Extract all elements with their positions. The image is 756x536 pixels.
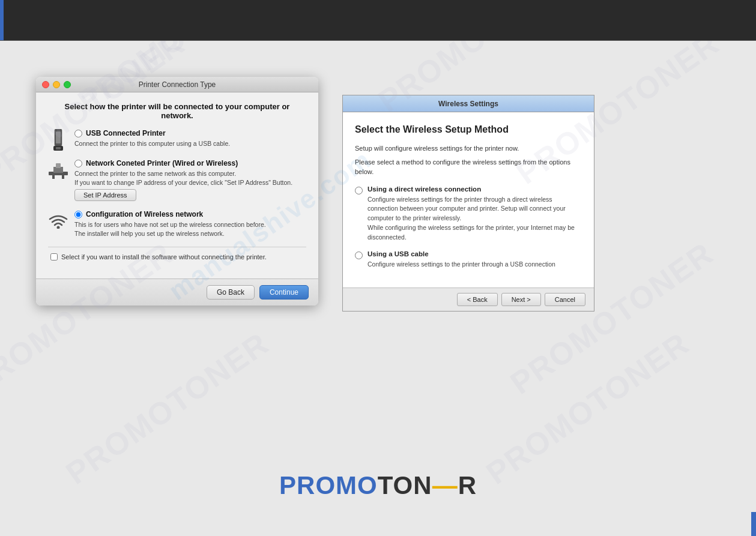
checkbox-label: Select if you want to install the softwa… bbox=[61, 253, 267, 260]
usb-icon bbox=[48, 130, 68, 150]
usb-label: USB Connected Printer bbox=[86, 129, 166, 137]
network-label-row: Network Coneted Printer (Wired or Wirele… bbox=[74, 158, 306, 167]
win-desc-2: Please select a method to configure the … bbox=[355, 157, 582, 177]
wireless-icon bbox=[48, 211, 68, 231]
bottom-logo: PROMOTON—R bbox=[279, 471, 477, 500]
win-dialog-title: Wireless Settings bbox=[349, 100, 588, 108]
traffic-lights bbox=[42, 81, 71, 88]
set-ip-button[interactable]: Set IP Address bbox=[74, 189, 136, 201]
usb-desc: Connect the printer to this computer usi… bbox=[74, 139, 306, 148]
logo-promo: PROMO bbox=[279, 471, 378, 499]
top-bar-accent bbox=[0, 0, 4, 40]
wireless-label-row: Configuration of Wireless network bbox=[74, 209, 306, 218]
mac-dialog-body: Select how the printer will be connected… bbox=[36, 92, 318, 279]
usb-cable-block: Using a USB cable Configure wireless set… bbox=[355, 250, 582, 270]
win-dialog-wireless: Wireless Settings Select the Wireless Se… bbox=[342, 95, 594, 312]
mac-footer: Go Back Continue bbox=[36, 279, 318, 306]
usb-label-row: USB Connected Printer bbox=[74, 128, 306, 137]
network-label: Network Coneted Printer (Wired or Wirele… bbox=[86, 159, 238, 167]
win-main-title: Select the Wireless Setup Method bbox=[355, 124, 582, 135]
wireless-label: Configuration of Wireless network bbox=[86, 210, 203, 218]
direct-wireless-label: Using a direct wireless connection bbox=[367, 185, 582, 193]
wireless-option-content: Configuration of Wireless network This i… bbox=[74, 209, 306, 238]
win-titlebar: Wireless Settings bbox=[343, 95, 594, 112]
next-button[interactable]: Next > bbox=[501, 293, 541, 306]
direct-wireless-content: Using a direct wireless connection Confi… bbox=[367, 185, 582, 242]
cancel-button[interactable]: Cancel bbox=[545, 293, 585, 306]
separator bbox=[48, 247, 306, 247]
direct-wireless-desc: Configure wireless settings for the prin… bbox=[367, 195, 582, 242]
direct-wireless-radio[interactable] bbox=[355, 187, 363, 194]
usb-cable-content: Using a USB cable Configure wireless set… bbox=[367, 250, 555, 270]
logo-toner: TO bbox=[378, 471, 414, 499]
svg-rect-3 bbox=[56, 147, 61, 149]
usb-option-row: USB Connected Printer Connect the printe… bbox=[48, 128, 306, 150]
go-back-button[interactable]: Go Back bbox=[207, 285, 255, 300]
mac-dialog-title: Printer Connection Type bbox=[139, 80, 216, 89]
network-option-row: Network Coneted Printer (Wired or Wirele… bbox=[48, 158, 306, 201]
network-radio[interactable] bbox=[74, 160, 82, 167]
continue-button[interactable]: Continue bbox=[259, 285, 309, 300]
wireless-option-row: Configuration of Wireless network This i… bbox=[48, 209, 306, 238]
usb-cable-radio[interactable] bbox=[355, 251, 363, 259]
win-desc-1: Setup will configure wireless settings f… bbox=[355, 143, 582, 154]
logo-toner-2: N bbox=[413, 471, 432, 499]
win-footer: < Back Next > Cancel bbox=[343, 288, 594, 311]
logo-er: R bbox=[458, 471, 477, 499]
usb-cable-row: Using a USB cable Configure wireless set… bbox=[355, 250, 582, 270]
wireless-radio[interactable] bbox=[74, 211, 82, 218]
no-connect-checkbox[interactable] bbox=[50, 253, 58, 260]
logo-dash-icon: — bbox=[432, 471, 458, 499]
back-button[interactable]: < Back bbox=[457, 293, 498, 306]
checkbox-row: Select if you want to install the softwa… bbox=[48, 253, 306, 260]
mac-dialog-printer-connection: Printer Connection Type Select how the p… bbox=[36, 77, 318, 306]
usb-cable-desc: Configure wireless settings to the print… bbox=[367, 260, 555, 270]
network-icon bbox=[48, 160, 68, 180]
usb-cable-label: Using a USB cable bbox=[367, 250, 555, 257]
wireless-desc: This is for users who have not set up th… bbox=[74, 220, 306, 238]
svg-rect-7 bbox=[52, 175, 55, 179]
network-desc: Connect the printer to the same network … bbox=[74, 169, 306, 187]
direct-wireless-block: Using a direct wireless connection Confi… bbox=[355, 185, 582, 242]
svg-rect-1 bbox=[56, 131, 61, 143]
right-accent-block bbox=[751, 512, 756, 536]
content-area: Printer Connection Type Select how the p… bbox=[0, 41, 756, 536]
svg-rect-8 bbox=[62, 175, 64, 179]
usb-radio[interactable] bbox=[74, 130, 82, 137]
direct-wireless-row: Using a direct wireless connection Confi… bbox=[355, 185, 582, 242]
top-bar bbox=[0, 0, 756, 41]
network-option-content: Network Coneted Printer (Wired or Wirele… bbox=[74, 158, 306, 201]
svg-point-9 bbox=[57, 226, 60, 229]
maximize-button[interactable] bbox=[64, 81, 71, 88]
usb-option-content: USB Connected Printer Connect the printe… bbox=[74, 128, 306, 148]
minimize-button[interactable] bbox=[53, 81, 60, 88]
dialog-header: Select how the printer will be connected… bbox=[48, 102, 306, 120]
svg-rect-6 bbox=[56, 163, 61, 168]
mac-titlebar: Printer Connection Type bbox=[36, 77, 318, 92]
win-dialog-body: Select the Wireless Setup Method Setup w… bbox=[343, 112, 594, 288]
close-button[interactable] bbox=[42, 81, 49, 88]
